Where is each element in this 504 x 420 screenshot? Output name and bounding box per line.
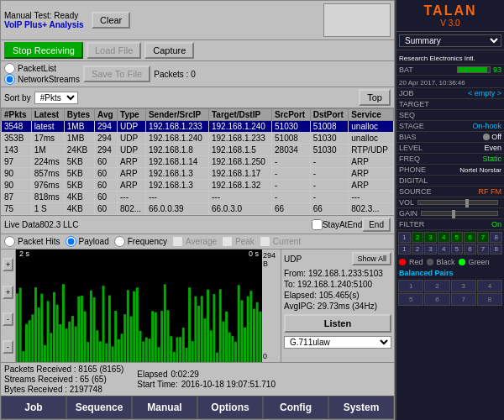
pair-cell-1[interactable]: 1 <box>398 280 423 292</box>
packets-received-stat: Packets Received : 8165 (8165) <box>4 365 123 374</box>
svg-rect-44 <box>148 339 150 362</box>
y-minus-button[interactable]: - <box>3 312 13 326</box>
filter-cell-2[interactable]: 3 <box>424 232 437 243</box>
footer-tab-sequence[interactable]: Sequence <box>66 396 132 419</box>
bat-bar <box>457 66 491 73</box>
pair-cell-2[interactable]: 2 <box>424 280 449 292</box>
pair-cell-7[interactable]: 7 <box>451 293 476 306</box>
table-cell: 192.168.1.5 <box>208 144 271 156</box>
footer-tab-manual[interactable]: Manual <box>132 396 197 419</box>
capture-button[interactable]: Capture <box>144 42 194 59</box>
filter-cell-15[interactable]: 8 <box>490 244 502 255</box>
filter-cell-14[interactable]: 7 <box>477 244 490 255</box>
svg-rect-55 <box>182 328 185 362</box>
stop-receiving-button[interactable]: Stop Receiving <box>4 42 83 59</box>
footer-tab-job[interactable]: Job <box>1 396 66 419</box>
table-col-latest: Latest <box>31 109 64 121</box>
network-streams-label: NetworkStreams <box>18 75 80 84</box>
filter-cell-10[interactable]: 3 <box>424 244 437 255</box>
talan-summary-select[interactable]: Summary <box>399 34 501 47</box>
talan-panel: TALAN V 3.0 Summary Research Electronics… <box>395 0 504 420</box>
time-end-label: 0 s <box>249 249 259 258</box>
filter-cell-6[interactable]: 7 <box>477 232 490 243</box>
packet-hits-radio[interactable] <box>4 236 15 247</box>
table-row[interactable]: 90976ms5KB60ARP192.168.1.3192.168.1.32--… <box>2 180 394 192</box>
table-cell: 976ms <box>31 180 64 192</box>
filter-cell-9[interactable]: 2 <box>412 244 424 255</box>
filter-cell-13[interactable]: 6 <box>464 244 476 255</box>
svg-rect-13 <box>53 292 55 362</box>
filter-cell-5[interactable]: 6 <box>464 232 476 243</box>
svg-rect-80 <box>259 312 261 362</box>
table-cell: --- <box>145 192 208 203</box>
svg-rect-38 <box>130 317 133 362</box>
footer-tab-config[interactable]: Config <box>263 396 328 419</box>
table-row[interactable]: 353B17ms1MB294UDP192.168.1.240192.168.1.… <box>2 133 394 144</box>
svg-rect-29 <box>102 286 105 362</box>
table-cell: UDP <box>118 144 146 156</box>
clear-button[interactable]: Clear <box>92 12 130 29</box>
average-label: Average <box>186 237 217 246</box>
payload-radio[interactable] <box>66 236 76 247</box>
svg-rect-4 <box>25 324 28 362</box>
footer-tab-options[interactable]: Options <box>197 396 263 419</box>
table-cell: 90 <box>2 180 32 192</box>
filter-cell-7[interactable]: 8 <box>490 232 502 243</box>
show-all-button[interactable]: Show All <box>352 252 391 265</box>
table-cell: 192.168.1.240 <box>208 121 271 133</box>
footer-tabs: JobSequenceManualOptionsConfigSystem <box>1 396 394 419</box>
stay-at-end-label: StayAtEnd <box>323 220 362 229</box>
network-streams-radio[interactable] <box>4 74 15 85</box>
filter-cell-0[interactable]: 1 <box>398 232 411 243</box>
stream-from: From: 192.168.1.233:5103 <box>284 269 391 278</box>
table-cell: 24KB <box>64 144 94 156</box>
filter-cell-12[interactable]: 5 <box>451 244 464 255</box>
table-row[interactable]: 3548latest1MB294UDP192.168.1.233192.168.… <box>2 121 394 133</box>
stay-at-end-checkbox[interactable] <box>312 219 323 230</box>
table-row[interactable]: 97224ms5KB60ARP192.168.1.14192.168.1.250… <box>2 156 394 168</box>
pair-cell-6[interactable]: 6 <box>424 293 449 306</box>
codec-select[interactable]: G.711ulaw <box>284 336 391 349</box>
table-col-dstport: DstPort <box>310 109 349 121</box>
svg-rect-65 <box>213 294 215 362</box>
pair-cell-3[interactable]: 3 <box>451 280 476 292</box>
table-cell: - <box>310 192 349 203</box>
table-row[interactable]: 90857ms5KB60ARP192.168.1.3192.168.1.17--… <box>2 168 394 180</box>
filter-cell-4[interactable]: 5 <box>451 232 464 243</box>
job-label: JOB <box>399 89 414 97</box>
y-minus2-button[interactable]: - <box>3 340 13 354</box>
filter-cell-8[interactable]: 1 <box>398 244 411 255</box>
svg-rect-14 <box>56 305 59 362</box>
packet-list-radio[interactable] <box>4 63 15 74</box>
network-table: #PktsLatestBytesAvgTypeSender/SrcIPTarge… <box>1 108 394 215</box>
table-row[interactable]: 1431M24KB294UDP192.168.1.8192.168.1.5280… <box>2 144 394 156</box>
table-cell: 192.168.1.250 <box>208 156 271 168</box>
pair-cell-8[interactable]: 8 <box>477 293 502 306</box>
table-body[interactable]: 3548latest1MB294UDP192.168.1.233192.168.… <box>2 121 394 215</box>
svg-rect-58 <box>192 341 194 362</box>
top-button[interactable]: Top <box>359 89 391 106</box>
filter-cell-1[interactable]: 2 <box>412 232 424 243</box>
pairs-label: Balanced Pairs <box>396 268 504 278</box>
sort-select[interactable]: #Pkts <box>34 92 78 104</box>
y-plus2-button[interactable]: + <box>3 286 13 299</box>
end-button[interactable]: End <box>362 218 391 232</box>
pair-cell-5[interactable]: 5 <box>398 293 423 306</box>
svg-rect-2 <box>19 288 22 362</box>
stream-to: To: 192.168.1.240:5100 <box>284 280 391 289</box>
footer-tab-system[interactable]: System <box>328 396 394 419</box>
svg-rect-1 <box>16 293 18 362</box>
stage-value: On-hook <box>472 122 501 130</box>
listen-button[interactable]: Listen <box>284 314 391 333</box>
table-row[interactable]: 751 S4KB60802...66.0.0.3966.0.3.06666802… <box>2 203 394 215</box>
bias-indicator <box>483 134 490 140</box>
svg-rect-24 <box>87 342 89 362</box>
filter-cell-3[interactable]: 4 <box>438 232 450 243</box>
filter-cell-11[interactable]: 4 <box>438 244 450 255</box>
pair-cell-4[interactable]: 4 <box>477 280 502 292</box>
table-cell: ARP <box>118 156 146 168</box>
y-plus-button[interactable]: + <box>3 258 13 271</box>
svg-rect-21 <box>77 297 80 362</box>
frequency-radio[interactable] <box>114 236 125 247</box>
table-row[interactable]: 87818ms4KB60-------------- <box>2 192 394 203</box>
